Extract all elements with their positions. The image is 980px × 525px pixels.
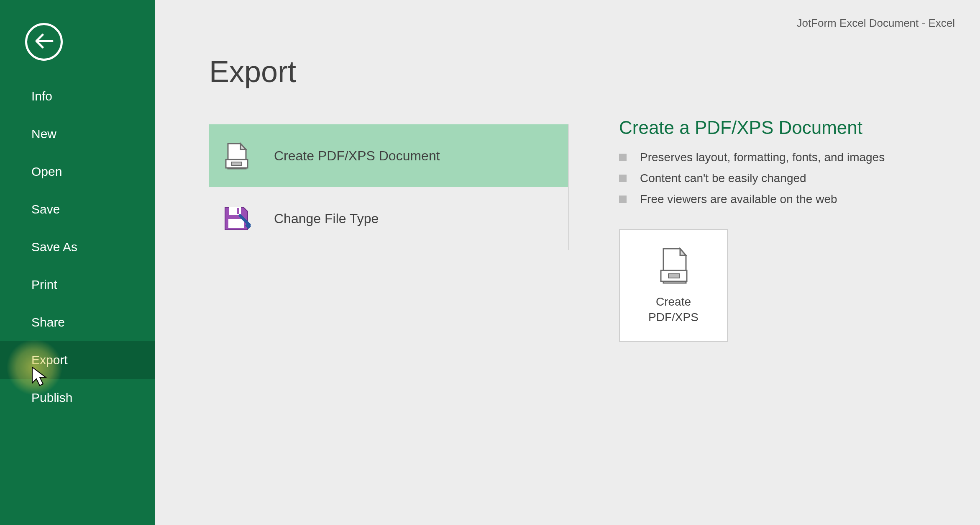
sidebar-item-label: Info — [31, 89, 52, 103]
button-label-line2: PDF/XPS — [648, 310, 699, 325]
sidebar-item-save[interactable]: Save — [0, 190, 155, 228]
bullet-text: Preserves layout, formatting, fonts, and… — [640, 151, 885, 164]
backstage-sidebar: Info New Open Save Save As Print Share — [0, 0, 155, 525]
sidebar-item-label: Publish — [31, 391, 72, 404]
option-create-pdf-xps[interactable]: Create PDF/XPS Document — [209, 124, 568, 187]
sidebar-item-new[interactable]: New — [0, 115, 155, 153]
sidebar-item-label: Save — [31, 202, 60, 216]
svg-rect-9 — [668, 274, 679, 278]
create-pdf-xps-button[interactable]: Create PDF/XPS — [619, 229, 728, 342]
sidebar-item-label: Save As — [31, 240, 77, 254]
sidebar-list: Info New Open Save Save As Print Share — [0, 77, 155, 417]
sidebar-item-label: Share — [31, 315, 65, 329]
option-label: Change File Type — [274, 211, 379, 226]
square-bullet-icon — [619, 175, 627, 182]
square-bullet-icon — [619, 196, 627, 203]
sidebar-item-export[interactable]: Export — [0, 341, 155, 379]
bullet-text: Free viewers are available on the web — [640, 193, 837, 206]
export-page: Export Create PDF/XPS Document — [155, 0, 980, 525]
export-details-column: Create a PDF/XPS Document Preserves layo… — [619, 54, 885, 525]
button-label: Create PDF/XPS — [648, 294, 699, 325]
option-label: Create PDF/XPS Document — [274, 148, 440, 164]
bullet-text: Content can't be easily changed — [640, 172, 806, 185]
sidebar-item-print[interactable]: Print — [0, 266, 155, 304]
sidebar-item-label: Print — [31, 278, 57, 291]
bullet-item: Preserves layout, formatting, fonts, and… — [619, 151, 885, 164]
backstage-view: JotForm Excel Document - Excel Info New … — [0, 0, 980, 525]
export-options-list: Create PDF/XPS Document Change Fi — [209, 124, 569, 250]
export-options-column: Export Create PDF/XPS Document — [209, 54, 569, 525]
option-change-file-type[interactable]: Change File Type — [209, 187, 568, 250]
sidebar-item-label: Export — [31, 353, 68, 367]
square-bullet-icon — [619, 154, 627, 161]
sidebar-item-open[interactable]: Open — [0, 153, 155, 190]
page-heading: Export — [209, 54, 569, 89]
button-label-line1: Create — [648, 294, 699, 309]
arrow-left-icon — [33, 31, 54, 53]
sidebar-item-share[interactable]: Share — [0, 304, 155, 341]
bullet-item: Content can't be easily changed — [619, 172, 885, 185]
sidebar-item-info[interactable]: Info — [0, 77, 155, 115]
svg-rect-5 — [228, 219, 244, 228]
bullet-item: Free viewers are available on the web — [619, 193, 885, 206]
details-heading: Create a PDF/XPS Document — [619, 117, 885, 138]
save-as-type-icon — [222, 204, 251, 233]
pdf-page-icon — [656, 246, 691, 286]
details-bullets: Preserves layout, formatting, fonts, and… — [619, 151, 885, 206]
svg-rect-4 — [237, 208, 239, 214]
pdf-page-icon — [222, 141, 251, 170]
sidebar-item-label: Open — [31, 165, 62, 178]
sidebar-item-save-as[interactable]: Save As — [0, 228, 155, 266]
svg-rect-2 — [232, 162, 242, 165]
sidebar-item-publish[interactable]: Publish — [0, 379, 155, 417]
sidebar-item-label: New — [31, 127, 56, 141]
back-button[interactable] — [25, 23, 63, 61]
